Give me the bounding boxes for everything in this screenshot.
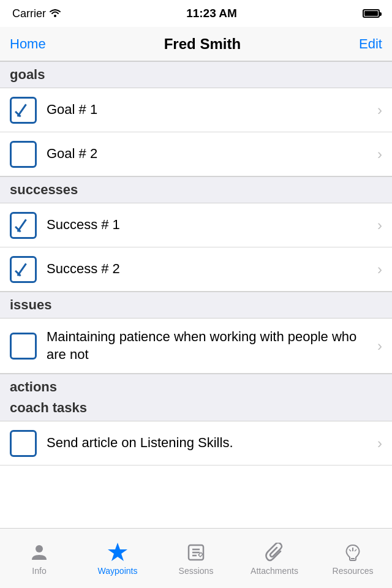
tab-attachments-label: Attachments [251, 566, 298, 576]
tab-sessions-label: Sessions [179, 566, 214, 576]
action-1-label: Send article on Listening Skills. [47, 434, 372, 452]
back-button[interactable]: Home [10, 36, 46, 52]
checkbox-goal-1[interactable] [10, 97, 37, 124]
checkmark-icon [13, 217, 33, 234]
carrier-info: Carrier [12, 7, 61, 20]
list-item[interactable]: Send article on Listening Skills. › [0, 421, 392, 466]
lightbulb-icon [342, 541, 364, 564]
checkbox-issue-1[interactable] [10, 333, 37, 360]
battery-indicator [363, 9, 380, 18]
content-area: goals Goal # 1 › Goal # 2 › successes Su… [0, 61, 392, 528]
tab-resources[interactable]: Resources [314, 541, 392, 576]
tab-waypoints-label: Waypoints [98, 566, 138, 576]
svg-line-11 [355, 549, 356, 551]
paperclip-icon [263, 541, 285, 564]
status-bar: Carrier 11:23 AM [0, 0, 392, 27]
section-header-actions: actions [0, 374, 392, 400]
checkmark-icon [13, 261, 33, 278]
list-item[interactable]: Success # 1 › [0, 203, 392, 247]
svg-point-1 [36, 545, 43, 552]
svg-line-10 [349, 549, 351, 551]
status-time: 11:23 AM [186, 7, 237, 20]
svg-marker-2 [108, 543, 127, 561]
issue-1-label: Maintaining patience when working with p… [47, 328, 372, 363]
checkbox-success-1[interactable] [10, 212, 37, 239]
checkbox-success-2[interactable] [10, 256, 37, 283]
svg-point-0 [54, 15, 56, 17]
tab-bar: Info Waypoints Sessions [0, 528, 392, 588]
section-header-issues: issues [0, 292, 392, 318]
page-title: Fred Smith [164, 36, 241, 53]
carrier-label: Carrier [12, 7, 46, 20]
chevron-icon: › [377, 146, 382, 163]
list-item[interactable]: Success # 2 › [0, 247, 392, 292]
success-1-label: Success # 1 [47, 216, 372, 234]
chevron-icon: › [377, 102, 382, 119]
checkbox-goal-2[interactable] [10, 141, 37, 168]
edit-button[interactable]: Edit [359, 36, 382, 52]
tab-sessions[interactable]: Sessions [157, 541, 235, 576]
tab-info[interactable]: Info [0, 541, 78, 576]
section-header-coach-tasks: coach tasks [0, 400, 392, 421]
tab-waypoints[interactable]: Waypoints [78, 541, 157, 576]
waypoints-star-icon [107, 541, 129, 564]
wifi-icon [50, 9, 61, 18]
section-header-successes: successes [0, 176, 392, 203]
goal-1-label: Goal # 1 [47, 101, 372, 119]
person-icon [28, 541, 50, 564]
section-header-goals: goals [0, 61, 392, 88]
tab-resources-label: Resources [333, 566, 374, 576]
chevron-icon: › [377, 261, 382, 278]
goal-2-label: Goal # 2 [47, 145, 372, 163]
checkbox-action-1[interactable] [10, 430, 37, 457]
chevron-icon: › [377, 337, 382, 355]
sessions-edit-icon [185, 541, 207, 564]
chevron-icon: › [377, 217, 382, 234]
tab-attachments[interactable]: Attachments [235, 541, 314, 576]
tab-info-label: Info [32, 566, 46, 576]
list-item[interactable]: Goal # 1 › [0, 88, 392, 132]
success-2-label: Success # 2 [47, 260, 372, 278]
nav-bar: Home Fred Smith Edit [0, 27, 392, 61]
checkmark-icon [13, 102, 33, 119]
chevron-icon: › [377, 435, 382, 452]
list-item[interactable]: Maintaining patience when working with p… [0, 318, 392, 374]
list-item[interactable]: Goal # 2 › [0, 132, 392, 176]
